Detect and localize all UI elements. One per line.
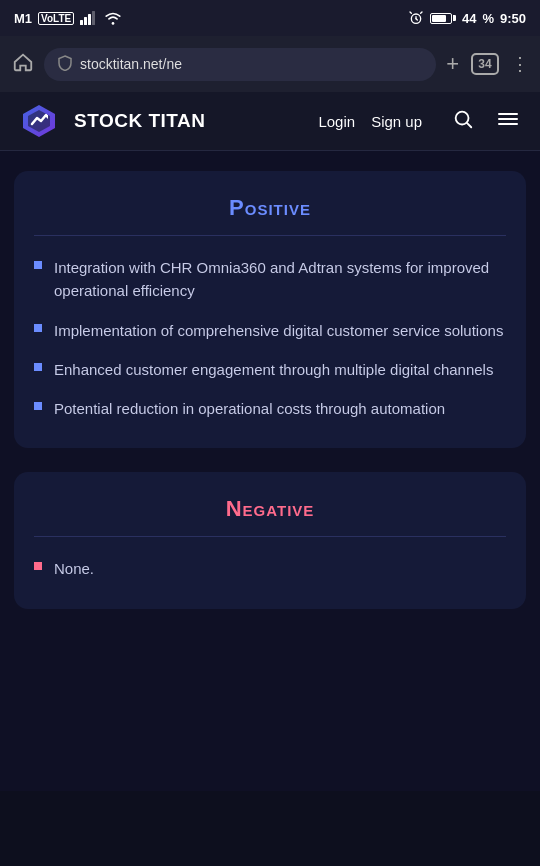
negative-section: Negative None. <box>14 472 526 608</box>
alarm-icon <box>408 10 424 26</box>
negative-title: Negative <box>34 496 506 522</box>
url-bar[interactable]: stocktitan.net/ne <box>44 48 436 81</box>
wifi-icon <box>104 11 122 25</box>
battery-icon <box>430 13 456 24</box>
hamburger-menu-icon[interactable] <box>496 107 520 136</box>
bullet-icon <box>34 562 42 570</box>
svg-line-8 <box>421 12 422 13</box>
list-item: Integration with CHR Omnia360 and Adtran… <box>34 256 506 303</box>
search-icon[interactable] <box>452 108 474 135</box>
bullet-text: Implementation of comprehensive digital … <box>54 319 503 342</box>
bullet-icon <box>34 261 42 269</box>
svg-rect-3 <box>92 11 95 25</box>
bullet-icon <box>34 363 42 371</box>
bullet-text: Integration with CHR Omnia360 and Adtran… <box>54 256 506 303</box>
bullet-text: Potential reduction in operational costs… <box>54 397 445 420</box>
url-text: stocktitan.net/ne <box>80 56 182 72</box>
list-item: None. <box>34 557 506 580</box>
svg-rect-0 <box>80 20 83 25</box>
positive-title: Positive <box>34 195 506 221</box>
status-right: 44% 9:50 <box>408 10 526 26</box>
list-item: Enhanced customer engagement through mul… <box>34 358 506 381</box>
positive-divider <box>34 235 506 236</box>
signup-link[interactable]: Sign up <box>371 113 422 130</box>
main-content: Positive Integration with CHR Omnia360 a… <box>0 151 540 791</box>
list-item: Implementation of comprehensive digital … <box>34 319 506 342</box>
bullet-text: None. <box>54 557 94 580</box>
home-button[interactable] <box>12 51 34 78</box>
svg-line-11 <box>467 123 471 127</box>
nav-bar: STOCK TITAN Login Sign up <box>0 92 540 151</box>
status-left: M1 VoLTE <box>14 11 122 26</box>
logo-icon <box>20 102 58 140</box>
login-link[interactable]: Login <box>318 113 355 130</box>
list-item: Potential reduction in operational costs… <box>34 397 506 420</box>
security-icon <box>58 55 72 74</box>
browser-chrome: stocktitan.net/ne + 34 ⋮ <box>0 36 540 92</box>
time-label: 9:50 <box>500 11 526 26</box>
positive-section: Positive Integration with CHR Omnia360 a… <box>14 171 526 448</box>
brand-name: STOCK TITAN <box>74 110 302 132</box>
tab-count-button[interactable]: 34 <box>471 53 499 75</box>
browser-actions: + 34 ⋮ <box>446 53 528 75</box>
menu-button[interactable]: ⋮ <box>511 55 528 73</box>
new-tab-button[interactable]: + <box>446 53 459 75</box>
battery-label: 44 <box>462 11 476 26</box>
status-bar: M1 VoLTE 44% 9:50 <box>0 0 540 36</box>
signal-icon <box>80 11 98 25</box>
bullet-icon <box>34 402 42 410</box>
svg-rect-1 <box>84 17 87 25</box>
volte-label: VoLTE <box>38 12 74 25</box>
bullet-icon <box>34 324 42 332</box>
positive-bullet-list: Integration with CHR Omnia360 and Adtran… <box>34 256 506 420</box>
svg-line-6 <box>416 19 417 20</box>
svg-line-7 <box>410 12 411 13</box>
svg-rect-2 <box>88 14 91 25</box>
bullet-text: Enhanced customer engagement through mul… <box>54 358 493 381</box>
negative-divider <box>34 536 506 537</box>
carrier-label: M1 <box>14 11 32 26</box>
negative-bullet-list: None. <box>34 557 506 580</box>
